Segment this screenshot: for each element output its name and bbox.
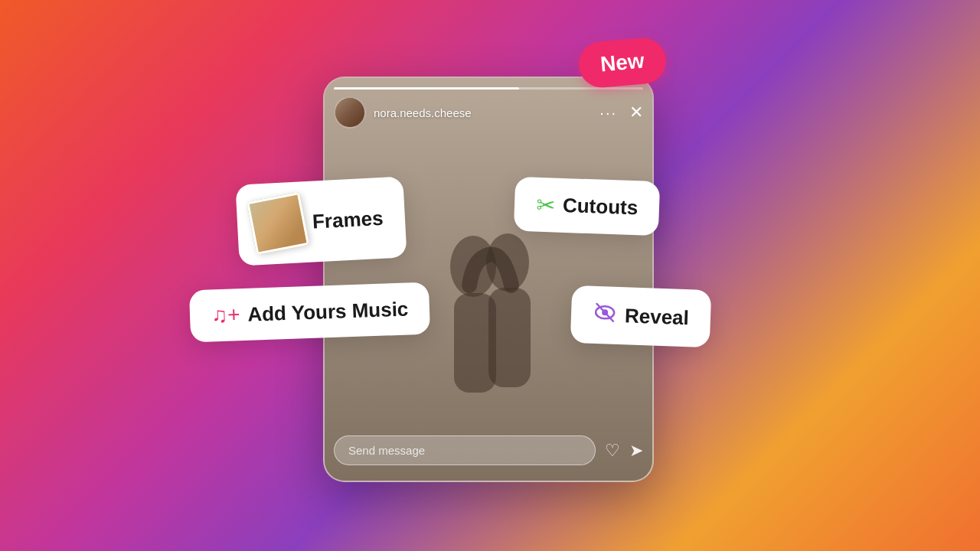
cutouts-label: Cutouts bbox=[562, 194, 638, 220]
music-add-icon: ♫+ bbox=[211, 302, 240, 328]
more-options-button[interactable]: ··· bbox=[599, 104, 617, 122]
story-progress-fill bbox=[334, 87, 519, 90]
story-background bbox=[325, 78, 652, 481]
add-yours-music-label: Add Yours Music bbox=[247, 297, 409, 326]
scissors-icon: ✂ bbox=[535, 191, 555, 219]
frames-label: Frames bbox=[312, 206, 384, 233]
phone-frame: nora.needs.cheese ··· ✕ Send message ♡ ➤ bbox=[323, 77, 654, 482]
avatar bbox=[334, 96, 366, 129]
reveal-pill[interactable]: Reveal bbox=[570, 285, 711, 347]
frames-pill[interactable]: Frames bbox=[235, 176, 407, 266]
frames-thumbnail-inner bbox=[247, 192, 309, 255]
story-header: nora.needs.cheese ··· ✕ bbox=[334, 96, 643, 129]
svg-rect-3 bbox=[488, 288, 531, 387]
story-bottom-bar: Send message ♡ ➤ bbox=[334, 435, 643, 465]
username-label: nora.needs.cheese bbox=[374, 106, 599, 119]
reveal-label: Reveal bbox=[624, 304, 689, 330]
close-button[interactable]: ✕ bbox=[629, 103, 643, 122]
avatar-image bbox=[335, 98, 364, 127]
send-icon[interactable]: ➤ bbox=[629, 441, 643, 461]
reveal-icon bbox=[592, 300, 617, 331]
frames-thumbnail bbox=[247, 192, 309, 255]
story-progress-bar bbox=[334, 87, 643, 90]
message-input[interactable]: Send message bbox=[334, 435, 596, 465]
cutouts-pill[interactable]: ✂ Cutouts bbox=[514, 177, 661, 236]
add-yours-music-pill[interactable]: ♫+ Add Yours Music bbox=[189, 282, 431, 343]
heart-icon[interactable]: ♡ bbox=[605, 441, 620, 461]
